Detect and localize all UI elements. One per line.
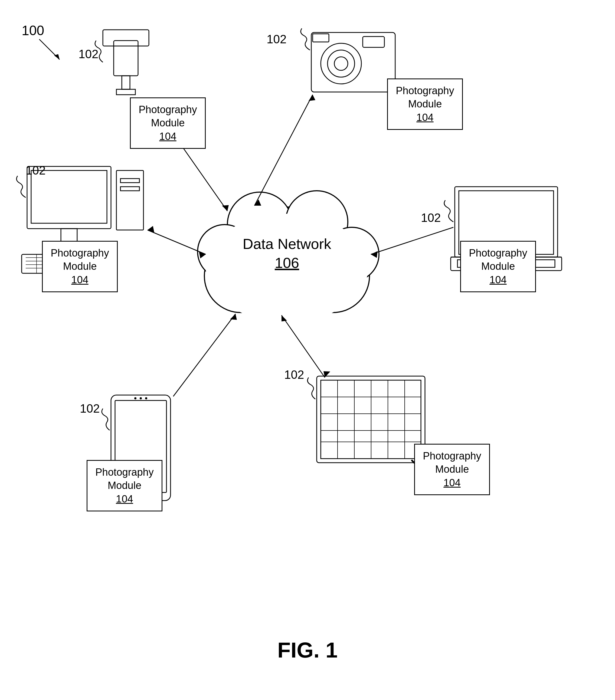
pm-label-1a: Photography <box>139 103 197 116</box>
svg-rect-6 <box>116 89 135 95</box>
svg-text:Data Network: Data Network <box>243 236 331 252</box>
svg-rect-8 <box>311 33 395 92</box>
svg-text:102: 102 <box>80 402 100 415</box>
pm-label-3c: 104 <box>71 273 88 287</box>
svg-text:102: 102 <box>26 164 46 177</box>
svg-text:102: 102 <box>267 33 286 46</box>
svg-text:106: 106 <box>275 254 299 271</box>
photo-module-mid-left: Photography Module 104 <box>42 241 118 292</box>
pm-label-5c: 104 <box>116 492 133 506</box>
svg-rect-21 <box>121 187 139 191</box>
svg-point-45 <box>140 397 142 399</box>
svg-rect-13 <box>313 34 329 42</box>
pm-label-6c: 104 <box>443 476 460 489</box>
svg-rect-12 <box>363 37 384 47</box>
svg-point-9 <box>321 43 361 84</box>
svg-text:102: 102 <box>421 211 441 224</box>
svg-text:102: 102 <box>284 368 304 381</box>
svg-rect-16 <box>31 171 107 223</box>
svg-rect-20 <box>121 178 139 183</box>
pm-label-4c: 104 <box>489 273 506 287</box>
svg-rect-4 <box>103 30 149 46</box>
svg-line-75 <box>255 95 313 205</box>
diagram-container: 100 102 102 <box>0 0 615 700</box>
svg-line-81 <box>371 227 453 254</box>
pm-label-2a: Photography <box>396 84 454 97</box>
photo-module-top-right: Photography Module 104 <box>387 78 463 130</box>
svg-line-78 <box>148 230 206 254</box>
svg-marker-73 <box>222 205 229 211</box>
svg-rect-17 <box>61 229 77 242</box>
svg-point-10 <box>328 50 355 77</box>
svg-text:102: 102 <box>78 47 98 61</box>
svg-rect-5 <box>122 76 130 89</box>
pm-label-1b: Module <box>151 116 185 129</box>
svg-text:FIG. 1: FIG. 1 <box>278 638 337 662</box>
photo-module-bot-right: Photography Module 104 <box>414 444 490 495</box>
photo-module-top-left: Photography Module 104 <box>130 97 206 149</box>
photo-module-mid-right: Photography Module 104 <box>460 241 536 292</box>
svg-point-11 <box>334 57 348 70</box>
pm-label-4a: Photography <box>469 247 527 260</box>
pm-label-2b: Module <box>408 97 442 111</box>
svg-text:100: 100 <box>22 23 44 38</box>
pm-label-1c: 104 <box>159 130 176 143</box>
pm-label-3b: Module <box>63 260 97 273</box>
pm-label-6a: Photography <box>423 449 481 463</box>
svg-line-83 <box>173 314 235 397</box>
photo-module-bot-left: Photography Module 104 <box>87 460 162 511</box>
pm-label-5b: Module <box>108 479 142 492</box>
pm-label-2c: 104 <box>416 111 433 124</box>
pm-label-5a: Photography <box>95 466 154 479</box>
pm-label-6b: Module <box>435 463 469 476</box>
svg-point-44 <box>134 397 136 399</box>
pm-label-3a: Photography <box>51 247 109 260</box>
svg-point-46 <box>145 397 147 399</box>
svg-marker-84 <box>230 314 237 320</box>
pm-label-4b: Module <box>481 260 515 273</box>
